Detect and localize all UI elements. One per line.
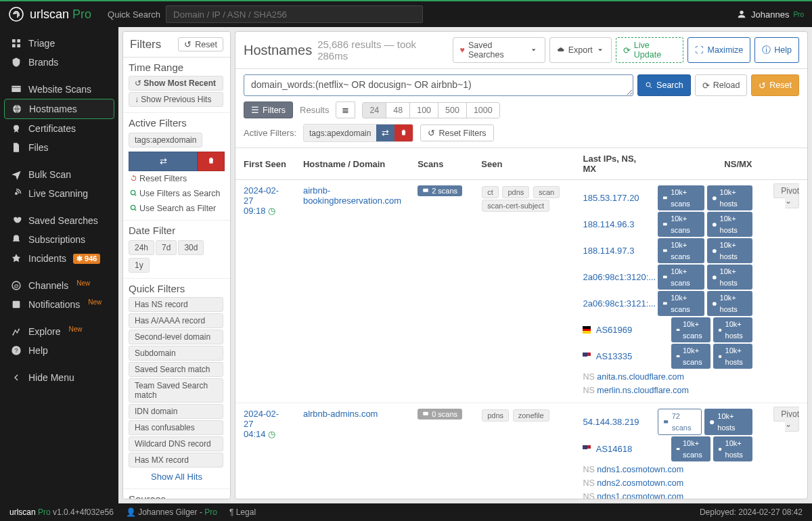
swap-filter-button[interactable]: ⇄ [129, 152, 198, 171]
quick-filter[interactable]: Has MX record [129, 453, 223, 468]
sidebar-item-incidents[interactable]: Incidents✱ 946 [4, 249, 114, 268]
sidebar-item-saved-searches[interactable]: Saved Searches [4, 211, 114, 230]
ns-link[interactable]: merlin.ns.cloudflare.com [597, 386, 688, 395]
sidebar-item-help[interactable]: ?Help [4, 341, 114, 360]
quick-filter[interactable]: IDN domain [129, 404, 223, 419]
maximize-button[interactable]: ⛶ Maximize [687, 37, 750, 63]
sidebar-item-files[interactable]: Files [4, 138, 114, 157]
quick-filter[interactable]: Has NS record [129, 297, 223, 312]
quick-filter[interactable]: Subdomain [129, 346, 223, 361]
page-size-100[interactable]: 100 [410, 103, 438, 118]
help-button[interactable]: ⓘ Help [754, 37, 799, 63]
ip-scans-badge[interactable]: 10k+ scans [671, 317, 711, 342]
ns-link[interactable]: anita.ns.cloudflare.com [597, 372, 684, 382]
search-button[interactable]: Search [637, 74, 691, 96]
active-filter-tag[interactable]: tags:apexdomain [129, 133, 202, 148]
ip-hosts-badge[interactable]: 10k+ hosts [713, 436, 752, 461]
ip-link[interactable]: AS14618 [596, 443, 667, 456]
footer-user[interactable]: 👤 Johannes Gilger - Pro [126, 507, 217, 517]
ns-link[interactable]: ndns1.cosmotown.com [597, 492, 683, 499]
sidebar-item-website-scans[interactable]: Website Scans [4, 80, 114, 99]
page-size-500[interactable]: 500 [438, 103, 467, 118]
saved-searches-button[interactable]: ♥ Saved Searches [453, 37, 545, 63]
sidebar-item-bulk-scan[interactable]: Bulk Scan [4, 165, 114, 184]
date-filter-7d[interactable]: 7d [156, 240, 177, 255]
live-update-button[interactable]: ⟳ Live Update [616, 37, 684, 63]
ip-hosts-badge[interactable]: 10k+ hosts [707, 238, 752, 263]
first-seen-time[interactable]: 04:14 ◷ [244, 429, 275, 439]
show-previous-hits[interactable]: ↓ Show Previous Hits [129, 92, 223, 107]
first-seen-date[interactable]: 2024-02-27 [244, 185, 279, 206]
sidebar-item-hide-menu[interactable]: Hide Menu [4, 368, 114, 387]
hostname-link[interactable]: alrbnb-admins.com [303, 409, 378, 419]
ip-scans-badge[interactable]: 10k+ scans [671, 344, 711, 369]
sidebar-item-hostnames[interactable]: Hostnames [4, 99, 114, 119]
sidebar-item-brands[interactable]: Brands [4, 53, 114, 72]
ip-scans-badge[interactable]: 10k+ scans [658, 291, 704, 316]
ip-link[interactable]: 188.114.96.3 [583, 218, 654, 231]
pivot-button[interactable]: Pivot ⌄ [773, 183, 799, 208]
quick-filter[interactable]: Has confusables [129, 420, 223, 435]
quick-filter[interactable]: Has A/AAAA record [129, 313, 223, 328]
search-query-input[interactable] [244, 74, 633, 96]
ip-scans-badge[interactable]: 10k+ scans [658, 265, 704, 290]
ip-hosts-badge[interactable]: 10k+ hosts [713, 317, 752, 342]
show-most-recent[interactable]: ↺ Show Most Recent [129, 76, 223, 91]
col-seen[interactable]: Seen [473, 148, 574, 180]
ip-link[interactable]: AS61969 [596, 323, 667, 337]
filters-reset-button[interactable]: ↺ Reset [178, 37, 223, 51]
ip-link[interactable]: AS13335 [596, 350, 667, 363]
list-view-icon[interactable]: ≣ [336, 101, 355, 118]
ip-hosts-badge[interactable]: 10k+ hosts [707, 291, 752, 316]
first-seen-time[interactable]: 09:18 ◷ [244, 206, 275, 216]
sidebar-item-certificates[interactable]: Certificates [4, 119, 114, 138]
logo[interactable]: urlscan Pro [8, 6, 91, 22]
sidebar-item-triage[interactable]: Triage [4, 34, 114, 53]
remove-filter-icon[interactable] [394, 124, 413, 141]
ip-link[interactable]: 185.53.177.20 [583, 191, 654, 205]
sidebar-item-subscriptions[interactable]: Subscriptions [4, 230, 114, 249]
reset-button[interactable]: ↺ Reset [751, 74, 799, 96]
scan-count-badge[interactable]: 0 scans [418, 409, 462, 420]
pivot-button[interactable]: Pivot ⌄ [773, 407, 799, 432]
ip-scans-badge[interactable]: 10k+ scans [658, 185, 704, 210]
swap-filter-icon[interactable]: ⇄ [376, 124, 394, 141]
col-nsmx[interactable]: NS/MX [652, 148, 761, 180]
quick-filter[interactable]: Team Saved Search match [129, 378, 223, 403]
first-seen-date[interactable]: 2024-02-27 [244, 409, 279, 429]
footer-legal[interactable]: ¶ Legal [229, 507, 256, 517]
quick-filter[interactable]: Second-level domain [129, 330, 223, 344]
hostname-link[interactable]: airbnb-bookingbreservation.com [303, 185, 401, 206]
ip-hosts-badge[interactable]: 10k+ hosts [713, 344, 752, 369]
page-size-24[interactable]: 24 [363, 103, 386, 118]
ip-hosts-badge[interactable]: 10k+ hosts [707, 265, 752, 290]
show-all-hits[interactable]: Show All Hits [129, 469, 225, 484]
reset-filters-link[interactable]: Reset Filters [129, 171, 225, 186]
ip-hosts-badge[interactable]: 10k+ hosts [707, 185, 752, 210]
ip-scans-badge[interactable]: 10k+ scans [658, 238, 704, 263]
ip-link[interactable]: 188.114.97.3 [583, 244, 654, 258]
filters-toggle-button[interactable]: ☰ Filters [244, 101, 293, 118]
reset-filters-button[interactable]: ↺ Reset Filters [420, 124, 493, 141]
ip-link[interactable]: 2a06:98c1:3121:... [583, 297, 654, 311]
date-filter-1y[interactable]: 1y [129, 258, 150, 273]
reload-button[interactable]: ⟳ Reload [695, 74, 748, 96]
ip-hosts-badge[interactable]: 10k+ hosts [707, 212, 752, 237]
delete-filter-button[interactable] [198, 152, 225, 171]
ip-link[interactable]: 54.144.38.219 [583, 415, 654, 429]
ip-link[interactable]: 2a06:98c1:3120:... [583, 271, 654, 284]
col-scans[interactable]: Scans [409, 148, 473, 180]
col-first-seen[interactable]: First Seen [235, 148, 295, 180]
user-menu[interactable]: Johannes Pro [736, 9, 804, 20]
ip-scans-badge[interactable]: 10k+ scans [671, 436, 711, 461]
ip-hosts-badge[interactable]: 10k+ hosts [704, 409, 752, 435]
sidebar-item-channels[interactable]: @ChannelsNew [4, 276, 114, 295]
date-filter-24h[interactable]: 24h [129, 240, 154, 255]
ns-link[interactable]: ndns1.cosmotown.com [597, 465, 683, 474]
ip-scans-badge[interactable]: 72 scans [658, 409, 702, 435]
quick-filter[interactable]: Saved Search match [129, 362, 223, 377]
page-size-1000[interactable]: 1000 [467, 103, 499, 118]
quick-search-input[interactable] [166, 5, 423, 23]
use-filters-as-search[interactable]: Use Filters as Search [129, 186, 225, 201]
col-hostname[interactable]: Hostname / Domain [295, 148, 409, 180]
